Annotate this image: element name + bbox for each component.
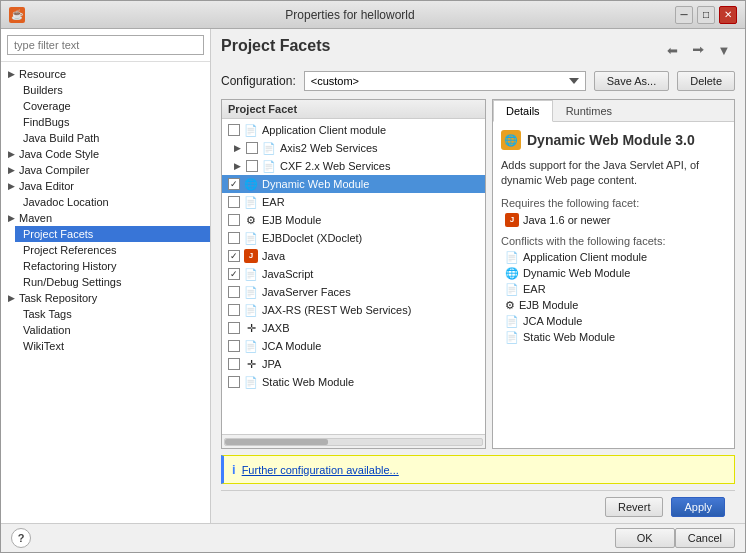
conflicts-item-label: Application Client module — [523, 251, 647, 263]
sidebar-item-builders[interactable]: Builders — [15, 82, 210, 98]
sidebar-item-resource[interactable]: ▶ Resource — [1, 66, 210, 82]
facet-item-javascript[interactable]: 📄 JavaScript — [222, 265, 485, 283]
requires-item-label: Java 1.6 or newer — [523, 214, 610, 226]
back-button[interactable]: ⬅ — [661, 39, 683, 61]
conflicts-item-label: Dynamic Web Module — [523, 267, 630, 279]
sidebar-item-maven[interactable]: ▶ Maven — [1, 210, 210, 226]
menu-button[interactable]: ▼ — [713, 39, 735, 61]
facet-checkbox[interactable] — [228, 178, 240, 190]
facet-checkbox[interactable] — [228, 304, 240, 316]
cross-icon: ✛ — [244, 357, 258, 371]
sidebar-item-task-tags[interactable]: Task Tags — [15, 306, 210, 322]
sidebar-item-label: Refactoring History — [23, 260, 117, 272]
sidebar-item-javadoc-location[interactable]: Javadoc Location — [15, 194, 210, 210]
facet-checkbox[interactable] — [228, 358, 240, 370]
facet-checkbox[interactable] — [228, 196, 240, 208]
save-as-button[interactable]: Save As... — [594, 71, 670, 91]
sidebar-item-java-editor[interactable]: ▶ Java Editor — [1, 178, 210, 194]
forward-button[interactable]: ⮕ — [687, 39, 709, 61]
further-config-link[interactable]: Further configuration available... — [242, 464, 399, 476]
facet-label: JPA — [262, 358, 479, 370]
sidebar-item-wikitext[interactable]: WikiText — [15, 338, 210, 354]
detail-description: Adds support for the Java Servlet API, o… — [501, 158, 726, 189]
facet-item-jpa[interactable]: ✛ JPA — [222, 355, 485, 373]
conflicts-item-static-web: 📄 Static Web Module — [501, 331, 726, 344]
facet-list-panel: Project Facet 📄 Application Client modul… — [221, 99, 486, 449]
sidebar-item-refactoring-history[interactable]: Refactoring History — [15, 258, 210, 274]
minimize-button[interactable]: ─ — [675, 6, 693, 24]
delete-button[interactable]: Delete — [677, 71, 735, 91]
facet-checkbox[interactable] — [228, 232, 240, 244]
facet-item-cxf[interactable]: ▶ 📄 CXF 2.x Web Services — [222, 157, 485, 175]
sidebar-item-label: Task Repository — [19, 292, 97, 304]
facet-item-ejb-module[interactable]: ⚙ EJB Module — [222, 211, 485, 229]
status-bar: ? OK Cancel — [1, 523, 745, 552]
facet-item-java[interactable]: J Java — [222, 247, 485, 265]
conflicts-item-jca: 📄 JCA Module — [501, 315, 726, 328]
facet-checkbox[interactable] — [228, 340, 240, 352]
facet-checkbox[interactable] — [228, 214, 240, 226]
close-button[interactable]: ✕ — [719, 6, 737, 24]
facet-label: Dynamic Web Module — [262, 178, 479, 190]
conflicts-item-label: Static Web Module — [523, 331, 615, 343]
facet-item-jaxb[interactable]: ✛ JAXB — [222, 319, 485, 337]
maximize-button[interactable]: □ — [697, 6, 715, 24]
sidebar-item-label: Maven — [19, 212, 52, 224]
facet-item-jca[interactable]: 📄 JCA Module — [222, 337, 485, 355]
facet-checkbox[interactable] — [246, 142, 258, 154]
facet-checkbox[interactable] — [228, 268, 240, 280]
sidebar-item-validation[interactable]: Validation — [15, 322, 210, 338]
revert-button[interactable]: Revert — [605, 497, 663, 517]
facet-item-ejbdoclet[interactable]: 📄 EJBDoclet (XDoclet) — [222, 229, 485, 247]
facet-item-jsf[interactable]: 📄 JavaServer Faces — [222, 283, 485, 301]
sidebar-item-java-build-path[interactable]: Java Build Path — [15, 130, 210, 146]
facet-checkbox[interactable] — [228, 250, 240, 262]
bottom-action-buttons: Revert Apply — [221, 490, 735, 523]
sidebar-item-findbugs[interactable]: FindBugs — [15, 114, 210, 130]
doc-icon: 📄 — [505, 251, 519, 264]
horizontal-scrollbar[interactable] — [222, 434, 485, 448]
configuration-select[interactable]: <custom> — [304, 71, 586, 91]
facet-label: JCA Module — [262, 340, 479, 352]
cancel-button[interactable]: Cancel — [675, 528, 735, 548]
arrow-icon: ▶ — [5, 148, 17, 160]
tab-details[interactable]: Details — [493, 100, 553, 122]
facet-checkbox[interactable] — [228, 376, 240, 388]
search-input[interactable] — [7, 35, 204, 55]
sidebar-item-java-code-style[interactable]: ▶ Java Code Style — [1, 146, 210, 162]
facet-label: Axis2 Web Services — [280, 142, 479, 154]
doc-icon: 📄 — [244, 231, 258, 245]
facet-checkbox[interactable] — [228, 286, 240, 298]
sidebar-item-task-repository[interactable]: ▶ Task Repository — [1, 290, 210, 306]
info-icon: i — [232, 462, 236, 477]
arrow-icon: ▶ — [5, 292, 17, 304]
apply-button[interactable]: Apply — [671, 497, 725, 517]
ok-button[interactable]: OK — [615, 528, 675, 548]
facet-item-jaxrs[interactable]: 📄 JAX-RS (REST Web Services) — [222, 301, 485, 319]
sidebar-item-label: FindBugs — [23, 116, 69, 128]
arrow-icon: ▶ — [5, 68, 17, 80]
sidebar-item-coverage[interactable]: Coverage — [15, 98, 210, 114]
sidebar-item-project-references[interactable]: Project References — [15, 242, 210, 258]
sidebar-item-label: Java Code Style — [19, 148, 99, 160]
facet-checkbox[interactable] — [228, 322, 240, 334]
sidebar-item-run-debug-settings[interactable]: Run/Debug Settings — [15, 274, 210, 290]
facet-checkbox[interactable] — [246, 160, 258, 172]
tab-runtimes[interactable]: Runtimes — [553, 100, 625, 122]
sidebar-item-java-compiler[interactable]: ▶ Java Compiler — [1, 162, 210, 178]
facet-label: CXF 2.x Web Services — [280, 160, 479, 172]
facet-checkbox[interactable] — [228, 124, 240, 136]
sidebar-item-project-facets[interactable]: Project Facets — [15, 226, 210, 242]
facet-item-ear[interactable]: 📄 EAR — [222, 193, 485, 211]
facet-label: JavaServer Faces — [262, 286, 479, 298]
facet-item-axis2[interactable]: ▶ 📄 Axis2 Web Services — [222, 139, 485, 157]
facet-item-static-web[interactable]: 📄 Static Web Module — [222, 373, 485, 391]
help-button[interactable]: ? — [11, 528, 31, 548]
arrow-icon: ▶ — [5, 212, 17, 224]
facet-label: Static Web Module — [262, 376, 479, 388]
facet-item-dynamic-web[interactable]: 🌐 Dynamic Web Module — [222, 175, 485, 193]
title-buttons: ─ □ ✕ — [675, 6, 737, 24]
sidebar: ▶ Resource Builders Coverage FindBugs Ja… — [1, 29, 211, 523]
sidebar-item-label: Javadoc Location — [23, 196, 109, 208]
facet-item-app-client[interactable]: 📄 Application Client module — [222, 121, 485, 139]
